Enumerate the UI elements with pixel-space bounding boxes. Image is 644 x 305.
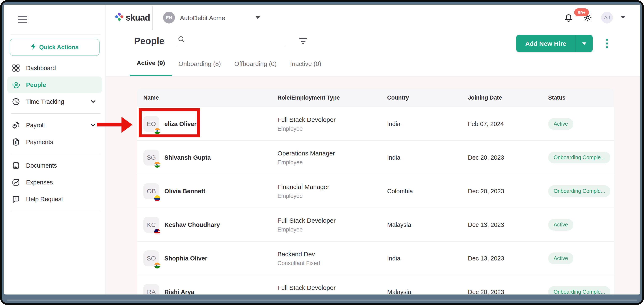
role-cell: Full Stack DeveloperEmployee <box>278 284 387 295</box>
name-cell: SOShophia Oliver <box>137 250 278 266</box>
user-avatar[interactable]: AJ <box>601 12 613 23</box>
profile-chevron-down-icon[interactable] <box>621 16 625 18</box>
country-flag-icon <box>154 195 160 201</box>
sidebar-item-dashboard[interactable]: Dashboard <box>7 60 102 76</box>
sidebar-item-label: Time Tracking <box>26 98 64 105</box>
table-row[interactable]: SOShophia OliverBackend DevConsultant Fi… <box>137 241 614 275</box>
employee-name: Olivia Bennett <box>164 188 205 194</box>
status-cell: Onboarding Comple... <box>548 151 614 163</box>
topbar-right: 99+ <box>455 4 640 31</box>
sidebar-item-label: People <box>26 81 46 88</box>
sidebar-item-documents[interactable]: Documents <box>7 157 102 174</box>
people-icon <box>11 80 20 89</box>
country-flag-icon <box>154 262 160 269</box>
status-badge: Active <box>548 219 574 230</box>
sidebar-item-label: Documents <box>26 162 57 169</box>
skuad-logo[interactable]: skuad <box>115 12 150 23</box>
employment-type: Employee <box>278 125 387 132</box>
employment-type: Employee <box>278 294 387 295</box>
status-cell: Onboarding Comple... <box>548 185 614 197</box>
employee-name: Shophia Oliver <box>164 255 208 262</box>
sidebar-item-expenses[interactable]: Expenses <box>7 174 102 191</box>
sidebar-item-payroll[interactable]: Payroll <box>7 117 102 134</box>
country-cell: Malaysia <box>387 221 468 228</box>
employee-name: Shivansh Gupta <box>164 154 211 161</box>
more-options-kebab-icon[interactable] <box>605 37 609 49</box>
name-cell: SGShivansh Gupta <box>137 149 278 165</box>
status-tabs: Active (9)Onboarding (8)Offboarding (0)I… <box>106 51 640 76</box>
sidebar-item-help-request[interactable]: Help Request <box>7 191 102 208</box>
tab-offboarding[interactable]: Offboarding (0) <box>228 51 283 76</box>
tab-onboarding[interactable]: Onboarding (8) <box>172 51 228 76</box>
expenses-icon <box>11 178 20 187</box>
role-title: Full Stack Developer <box>278 284 387 291</box>
status-badge: Onboarding Comple... <box>548 286 610 295</box>
country-cell: Malaysia <box>387 289 468 295</box>
status-badge: Onboarding Comple... <box>548 151 610 163</box>
hamburger-menu-icon[interactable] <box>18 16 27 23</box>
employee-avatar: RA <box>143 284 159 295</box>
role-title: Full Stack Developer <box>278 217 387 224</box>
chevron-down-icon <box>90 98 96 105</box>
add-new-hire-dropdown[interactable] <box>575 35 593 52</box>
employee-name: Keshav Choudhary <box>164 221 220 228</box>
joining-date-cell: Dec 20, 2023 <box>468 289 548 295</box>
sidebar-item-label: Dashboard <box>26 65 56 71</box>
name-cell: EOeliza Oliver <box>137 116 278 132</box>
sidebar-item-time-tracking[interactable]: Time Tracking <box>7 93 102 110</box>
column-header-name: Name <box>137 94 278 101</box>
country-flag-icon <box>154 161 160 168</box>
sidebar-divider <box>11 34 100 34</box>
table-row[interactable]: EOeliza OliverFull Stack DeveloperEmploy… <box>137 107 614 140</box>
table-header-row: NameRole/Employment TypeCountryJoining D… <box>137 88 614 107</box>
joining-date-cell: Dec 20, 2023 <box>468 154 548 161</box>
column-header-joining-date: Joining Date <box>468 94 548 101</box>
quick-actions-button[interactable]: Quick Actions <box>10 39 100 56</box>
content-area: NameRole/Employment TypeCountryJoining D… <box>106 76 640 295</box>
add-new-hire-button[interactable]: Add New Hire <box>516 35 593 52</box>
table-row[interactable]: KCKeshav ChoudharyFull Stack DeveloperEm… <box>137 208 614 241</box>
country-cell: India <box>387 154 468 161</box>
entity-badge: EN <box>163 12 175 23</box>
joining-date-cell: Dec 13, 2023 <box>468 221 548 228</box>
tab-inactive[interactable]: Inactive (0) <box>283 51 328 76</box>
add-new-hire-label: Add New Hire <box>516 35 575 52</box>
name-cell: KCKeshav Choudhary <box>137 217 278 233</box>
search-icon <box>178 35 185 44</box>
sidebar-group-divider <box>11 211 100 211</box>
role-title: Operations Manager <box>278 149 387 156</box>
skuad-app-window: Quick Actions DashboardPeopleTime Tracki… <box>4 4 640 295</box>
page-header: People Add New Hire <box>106 31 640 51</box>
main-area: skuad EN AutoDebit Acme 99+ <box>106 4 640 295</box>
sidebar-item-label: Expenses <box>26 179 53 186</box>
chevron-down-icon <box>255 16 260 19</box>
sidebar-item-label: Payroll <box>26 122 45 129</box>
search-box[interactable] <box>178 35 286 47</box>
role-cell: Backend DevConsultant Fixed <box>278 250 387 266</box>
clock-icon <box>11 97 20 106</box>
name-cell: OBOlivia Bennett <box>137 183 278 199</box>
logo-text: skuad <box>126 12 150 23</box>
window-frame-inner: Quick Actions DashboardPeopleTime Tracki… <box>2 2 642 303</box>
employee-avatar: KC <box>143 217 159 233</box>
table-row[interactable]: RARishi AryaFull Stack DeveloperEmployee… <box>137 275 614 295</box>
company-selector[interactable]: EN AutoDebit Acme <box>163 4 260 31</box>
topbar-divider <box>152 6 152 30</box>
payroll-coins-icon <box>11 121 20 130</box>
role-title: Financial Manager <box>278 183 387 190</box>
screenshot-stage: Quick Actions DashboardPeopleTime Tracki… <box>0 0 644 305</box>
country-flag-icon <box>154 228 160 235</box>
status-cell: Onboarding Comple... <box>548 286 614 295</box>
tab-active[interactable]: Active (9) <box>130 51 172 76</box>
sidebar-item-payments[interactable]: $Payments <box>7 134 102 150</box>
table-row[interactable]: SGShivansh GuptaOperations ManagerEmploy… <box>137 140 614 174</box>
table-row[interactable]: OBOlivia BennettFinancial ManagerEmploye… <box>137 174 614 208</box>
employment-type: Consultant Fixed <box>278 260 387 266</box>
topbar: skuad EN AutoDebit Acme 99+ <box>106 4 640 31</box>
sidebar-group-divider <box>11 113 100 114</box>
search-input[interactable] <box>189 38 286 44</box>
filter-icon[interactable] <box>298 36 308 46</box>
sidebar-item-people[interactable]: People <box>7 76 102 93</box>
joining-date-cell: Feb 07, 2024 <box>468 120 548 127</box>
notification-bell-icon[interactable] <box>564 13 573 24</box>
